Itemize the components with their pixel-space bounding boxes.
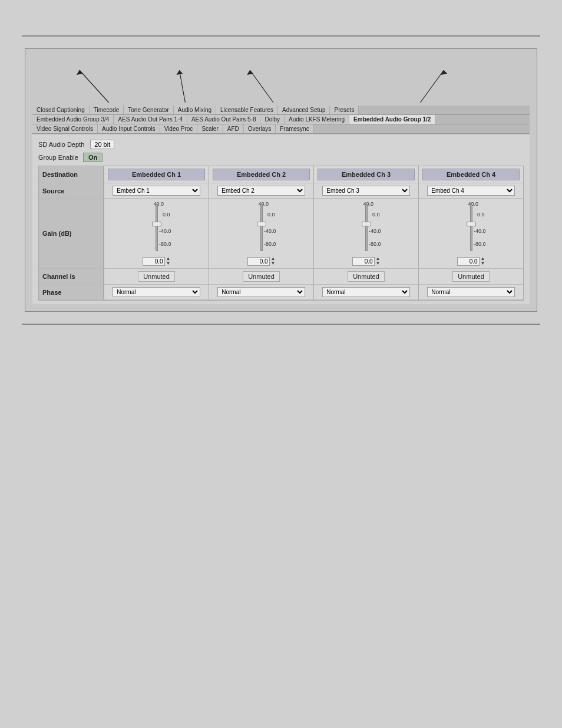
tab-scaler[interactable]: Scaler [197,124,223,133]
tab-closed-captioning[interactable]: Closed Captioning [32,106,90,114]
gain-cell-ch1: 40.0 0.0 -40.0 -80.0 ▲ ▼ [104,199,209,269]
sd-audio-depth-value: 20 bit [90,140,114,149]
gain-input-ch4[interactable] [457,257,480,266]
tab-presets[interactable]: Presets [330,106,359,114]
gain-label-0-ch4: 0.0 [477,212,485,218]
gain-label-n80-ch4: -80.0 [474,241,486,247]
destination-label-ch3: Embedded Ch 3 [318,169,415,180]
phase-select-ch2[interactable]: Normal Inverted [217,287,305,297]
page-wrapper: Closed Captioning Timecode Tone Generato… [0,0,562,728]
slider-track-ch3 [365,204,368,251]
gain-input-ch2[interactable] [247,257,270,266]
svg-line-6 [420,70,444,103]
destination-ch4: Embedded Ch 4 [418,166,523,183]
tab-video-signal[interactable]: Video Signal Controls [32,124,98,133]
tab-embedded-audio-34[interactable]: Embedded Audio Group 3/4 [32,115,114,124]
phase-cell-ch4: Normal Inverted [418,285,523,300]
gain-down-ch1[interactable]: ▼ [166,261,171,266]
gain-down-ch4[interactable]: ▼ [481,261,485,266]
tab-embedded-audio-12[interactable]: Embedded Audio Group 1/2 [349,115,435,124]
channel-status-ch2: Unmuted [209,269,313,285]
slider-knob-ch1[interactable] [152,222,161,226]
sd-audio-depth-row: SD Audio Depth 20 bit [38,140,524,149]
tab-framesync[interactable]: Framesync [276,124,313,133]
phase-select-ch4[interactable]: Normal Inverted [427,287,515,297]
tab-video-proc[interactable]: Video Proc [160,124,198,133]
source-cell-ch1: Embed Ch 1 Embed Ch 2 Embed Ch 3 Embed C… [104,183,209,199]
source-label: Source [39,183,104,199]
tab-advanced-setup[interactable]: Advanced Setup [278,106,330,114]
slider-knob-ch4[interactable] [467,222,476,226]
gain-label-n40-ch3: -40.0 [369,228,381,234]
tab-audio-mixing[interactable]: Audio Mixing [174,106,216,114]
phase-select-ch3[interactable]: Normal Inverted [322,287,410,297]
tab-afd[interactable]: AFD [223,124,244,133]
gain-label-n80-ch3: -80.0 [369,241,381,247]
tab-dolby[interactable]: Dolby [260,115,285,124]
gain-label-0-ch2: 0.0 [267,212,275,218]
source-cell-ch3: Embed Ch 3 Embed Ch 1 Embed Ch 2 Embed C… [313,183,418,199]
svg-line-0 [80,70,109,103]
tab-aes-out-14[interactable]: AES Audio Out Pairs 1-4 [114,115,187,124]
svg-line-2 [179,70,185,103]
top-rule [22,35,540,37]
gain-slider-ch2: 40.0 0.0 -40.0 -80.0 [247,201,276,254]
main-panel: Closed Captioning Timecode Tone Generato… [25,48,537,312]
gain-input-row-ch1: ▲ ▼ [143,256,171,266]
gain-spinner-ch4: ▲ ▼ [481,256,485,266]
tab-audio-input[interactable]: Audio Input Controls [98,124,160,133]
group-enable-button[interactable]: On [83,153,103,162]
destination-label-ch2: Embedded Ch 2 [213,169,310,180]
channel-is-label: Channel is [39,269,104,285]
channels-grid: Destination Embedded Ch 1 Embedded Ch 2 … [38,166,524,301]
tab-overlays[interactable]: Overlays [244,124,276,133]
channel-status-ch4: Unmuted [418,269,523,285]
gain-label: Gain (dB) [39,199,104,269]
slider-track-ch2 [260,204,263,251]
gain-down-ch3[interactable]: ▼ [376,261,381,266]
tab-row-3: Video Signal Controls Audio Input Contro… [32,124,530,134]
source-select-ch1[interactable]: Embed Ch 1 Embed Ch 2 Embed Ch 3 Embed C… [113,186,200,196]
unmuted-button-ch1[interactable]: Unmuted [138,271,175,282]
arrow-svg [32,58,530,106]
slider-knob-ch2[interactable] [257,222,266,226]
tab-audio-lkfs[interactable]: Audio LKFS Metering [285,115,349,124]
source-select-ch4[interactable]: Embed Ch 4 Embed Ch 1 Embed Ch 2 Embed C… [427,186,515,196]
gain-input-ch3[interactable] [352,257,375,266]
tab-licensable-features[interactable]: Licensable Features [216,106,278,114]
source-select-ch3[interactable]: Embed Ch 3 Embed Ch 1 Embed Ch 2 Embed C… [322,186,410,196]
gain-label-n80-ch2: -80.0 [264,241,276,247]
gain-input-row-ch4: ▲ ▼ [457,256,485,266]
tab-row-2: Embedded Audio Group 3/4 AES Audio Out P… [32,115,530,124]
gain-input-row-ch2: ▲ ▼ [247,256,276,266]
arrows-area [32,58,530,106]
phase-label: Phase [39,285,104,300]
unmuted-button-ch4[interactable]: Unmuted [452,271,490,282]
gain-input-row-ch3: ▲ ▼ [352,256,381,266]
gain-label-n40-ch4: -40.0 [474,228,486,234]
svg-line-4 [250,70,273,103]
unmuted-button-ch3[interactable]: Unmuted [348,271,385,282]
tab-aes-out-58[interactable]: AES Audio Out Pairs 5-8 [187,115,261,124]
destination-label: Destination [39,166,104,183]
slider-track-ch4 [470,204,472,251]
phase-cell-ch1: Normal Inverted [104,285,209,300]
tab-row-1: Closed Captioning Timecode Tone Generato… [32,106,530,115]
gain-spinner-ch1: ▲ ▼ [166,256,171,266]
gain-cell-ch2: 40.0 0.0 -40.0 -80.0 ▲ ▼ [209,199,313,269]
destination-label-ch1: Embedded Ch 1 [108,169,205,180]
tab-tone-generator[interactable]: Tone Generator [124,106,174,114]
source-cell-ch4: Embed Ch 4 Embed Ch 1 Embed Ch 2 Embed C… [418,183,523,199]
slider-knob-ch3[interactable] [362,222,371,226]
gain-input-ch1[interactable] [143,257,165,266]
source-select-ch2[interactable]: Embed Ch 2 Embed Ch 1 Embed Ch 3 Embed C… [217,186,305,196]
unmuted-button-ch2[interactable]: Unmuted [243,271,280,282]
gain-spinner-ch3: ▲ ▼ [376,256,381,266]
gain-slider-ch1: 40.0 0.0 -40.0 -80.0 [142,201,171,254]
tab-timecode[interactable]: Timecode [90,106,124,114]
gain-cell-ch3: 40.0 0.0 -40.0 -80.0 ▲ ▼ [313,199,418,269]
gain-down-ch2[interactable]: ▼ [271,261,276,266]
svg-marker-5 [247,70,253,75]
gain-label-n80-ch1: -80.0 [159,241,171,247]
phase-select-ch1[interactable]: Normal Inverted [113,287,200,297]
